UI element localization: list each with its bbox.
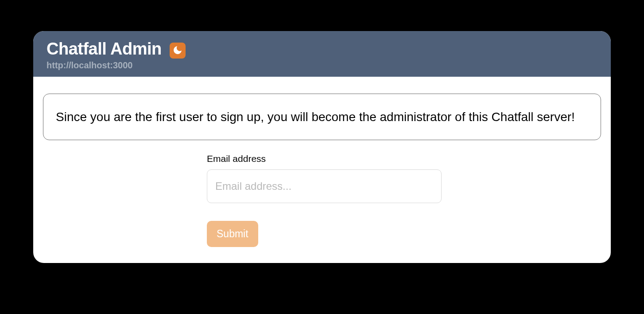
signup-form: Email address Submit (43, 153, 601, 247)
email-field[interactable] (207, 169, 442, 203)
app-title: Chatfall Admin (47, 40, 162, 59)
server-url: http://localhost:3000 (47, 60, 162, 71)
theme-toggle-button[interactable] (170, 43, 186, 59)
submit-button[interactable]: Submit (207, 221, 258, 247)
info-message: Since you are the first user to sign up,… (56, 107, 588, 126)
header-text: Chatfall Admin http://localhost:3000 (47, 40, 162, 71)
moon-icon (172, 45, 183, 57)
admin-window: Chatfall Admin http://localhost:3000 Sin… (33, 31, 611, 263)
info-box: Since you are the first user to sign up,… (43, 94, 601, 140)
content-area: Since you are the first user to sign up,… (33, 77, 611, 263)
header: Chatfall Admin http://localhost:3000 (33, 31, 611, 77)
email-label: Email address (207, 153, 601, 164)
